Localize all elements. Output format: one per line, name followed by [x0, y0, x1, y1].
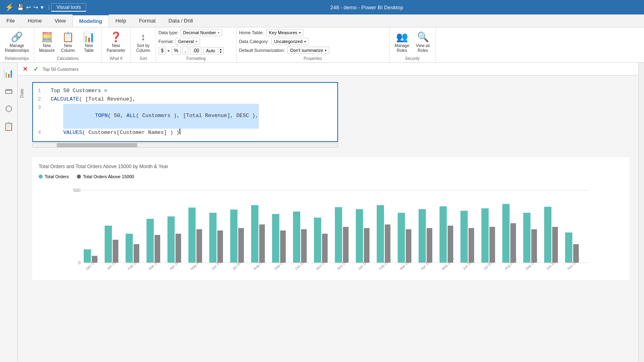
- manage-roles-label: ManageRoles: [395, 43, 409, 53]
- window-title: 248 - demo - Power BI Desktop: [94, 4, 639, 10]
- home-table-arrow: ▾: [299, 31, 301, 35]
- svg-rect-19: [238, 228, 244, 263]
- currency-button[interactable]: $: [159, 47, 166, 55]
- svg-text:500: 500: [73, 188, 80, 193]
- svg-text:0: 0: [78, 260, 80, 265]
- home-table-label: Home Table:: [239, 30, 264, 35]
- tab-data-drill[interactable]: Data / Drill: [162, 14, 200, 27]
- spinner-up[interactable]: ▲: [218, 48, 223, 51]
- legend-label-above-15000: Total Orders Above 15000: [83, 174, 134, 179]
- tab-file[interactable]: File: [0, 14, 21, 27]
- sort-by-column-icon: ↕: [141, 31, 146, 43]
- dax-line-2: 2 CALCULATE( [Total Revenue],: [38, 95, 332, 104]
- tab-home[interactable]: Home: [21, 14, 48, 27]
- decimal-button[interactable]: .00: [190, 47, 202, 55]
- tab-modeling[interactable]: Modeling: [72, 14, 109, 27]
- svg-rect-22: [272, 214, 279, 263]
- new-column-button[interactable]: 📋 NewColumn: [58, 30, 78, 55]
- dropdown-icon[interactable]: ▾: [41, 4, 43, 10]
- format-buttons-row: $ ▾ % , .00 Auto ▲ ▼: [159, 47, 224, 55]
- formatting-group-label: Formatting: [159, 56, 234, 62]
- data-type-dropdown[interactable]: Decimal Number ▾: [180, 29, 222, 36]
- auto-spinner[interactable]: Auto ▲ ▼: [203, 47, 224, 54]
- svg-rect-49: [552, 227, 558, 263]
- view-as-roles-button[interactable]: 🔍 View asRoles: [413, 30, 433, 55]
- ribbon-group-properties: Home Table: Key Measures ▾ Data Category…: [237, 27, 390, 62]
- manage-relationships-button[interactable]: 🔗 ManageRelationships: [2, 30, 31, 55]
- chart-area: Total Orders and Total Orders Above 1500…: [32, 157, 630, 280]
- formula-bar: ✕ ✓ Top 50 Customers: [18, 63, 644, 76]
- dax-horizontal-scrollbar[interactable]: [32, 143, 338, 148]
- spinner-down[interactable]: ▼: [218, 51, 223, 53]
- tab-help[interactable]: Help: [109, 14, 133, 27]
- svg-rect-8: [126, 234, 133, 263]
- data-type-label: Data type:: [159, 30, 179, 35]
- home-table-value: Key Measures: [269, 30, 297, 35]
- comma-button[interactable]: ,: [182, 47, 188, 55]
- format-value-dropdown[interactable]: General ▾: [175, 38, 200, 45]
- visual-view-icon[interactable]: 📋: [2, 119, 16, 134]
- svg-rect-25: [301, 229, 307, 263]
- new-measure-label: NewMeasure: [39, 43, 55, 53]
- ribbon-group-calculations: 🧮 NewMeasure 📋 NewColumn 📊 NewTable Calc…: [34, 27, 102, 62]
- ribbon-tabs: File Home View Modeling Help Format Data…: [0, 14, 644, 27]
- dax-editor[interactable]: 1 Top 50 Customers = 2 CALCULATE( [Total…: [32, 82, 338, 142]
- tab-view[interactable]: View: [48, 14, 72, 27]
- view-as-roles-icon: 🔍: [417, 31, 429, 43]
- new-parameter-button[interactable]: ❓ NewParameter: [104, 30, 128, 55]
- auto-value: Auto: [204, 47, 218, 54]
- formula-confirm-button[interactable]: ✓: [32, 64, 40, 74]
- tab-format[interactable]: Format: [132, 14, 162, 27]
- home-table-dropdown[interactable]: Key Measures ▾: [266, 29, 303, 36]
- chart-title: Total Orders and Total Orders Above 1500…: [39, 164, 623, 169]
- report-view-icon[interactable]: 📊: [2, 66, 16, 80]
- svg-rect-12: [167, 216, 175, 263]
- dax-scrollbar-thumb: [57, 143, 137, 147]
- svg-rect-10: [147, 219, 154, 263]
- new-table-button[interactable]: 📊 NewTable: [79, 30, 99, 55]
- legend-dot-teal: [39, 175, 43, 179]
- svg-rect-36: [419, 209, 426, 263]
- ribbon-group-security: 👥 ManageRoles 🔍 View asRoles Security: [390, 27, 436, 62]
- redo-icon[interactable]: ↪: [33, 4, 38, 10]
- model-view-icon[interactable]: ⬡: [2, 101, 16, 116]
- save-icon[interactable]: 💾: [17, 4, 24, 10]
- percent-button[interactable]: %: [171, 47, 181, 55]
- ribbon-group-sort: ↕ Sort byColumn Sort: [131, 27, 156, 62]
- data-category-dropdown[interactable]: Uncategorized ▾: [271, 38, 309, 45]
- summarization-dropdown[interactable]: Don't summarize ▾: [287, 47, 329, 54]
- legend-dot-gray: [77, 175, 81, 179]
- formula-cancel-button[interactable]: ✕: [21, 64, 29, 74]
- svg-rect-32: [377, 205, 384, 263]
- new-column-icon: 📋: [62, 31, 74, 43]
- svg-rect-4: [84, 249, 91, 263]
- legend-label-total-orders: Total Orders: [45, 174, 69, 179]
- new-measure-button[interactable]: 🧮 NewMeasure: [37, 30, 57, 55]
- svg-rect-48: [544, 207, 551, 263]
- new-column-label: NewColumn: [61, 43, 75, 53]
- data-type-row: Data type: Decimal Number ▾: [159, 29, 222, 36]
- right-scrollbar[interactable]: [638, 63, 644, 362]
- svg-rect-44: [502, 204, 510, 263]
- svg-rect-29: [343, 227, 349, 263]
- svg-rect-21: [259, 224, 265, 263]
- security-content: 👥 ManageRoles 🔍 View asRoles: [392, 29, 433, 56]
- new-table-icon: 📊: [83, 31, 95, 43]
- new-table-label: NewTable: [84, 43, 94, 53]
- manage-relationships-icon: 🔗: [11, 31, 23, 43]
- svg-rect-24: [293, 212, 300, 263]
- calculations-group-label: Calculations: [37, 56, 99, 62]
- format-row: Format: General ▾: [159, 38, 200, 45]
- properties-group-label: Properties: [239, 56, 387, 62]
- relationships-content: 🔗 ManageRelationships: [2, 29, 31, 56]
- manage-roles-button[interactable]: 👥 ManageRoles: [392, 30, 412, 55]
- svg-rect-38: [440, 206, 447, 263]
- data-view-icon[interactable]: 🗃: [2, 84, 16, 98]
- undo-icon[interactable]: ↩: [26, 4, 31, 10]
- sort-by-column-label: Sort byColumn: [136, 43, 150, 53]
- view-as-roles-label: View asRoles: [416, 43, 430, 53]
- sort-by-column-button[interactable]: ↕ Sort byColumn: [133, 30, 153, 55]
- dax-line-4: 4 VALUES( Customers[Customer Names] ) ): [38, 129, 332, 137]
- data-category-label: Data Category:: [239, 39, 269, 44]
- chart-legend: Total Orders Total Orders Above 15000: [39, 174, 623, 179]
